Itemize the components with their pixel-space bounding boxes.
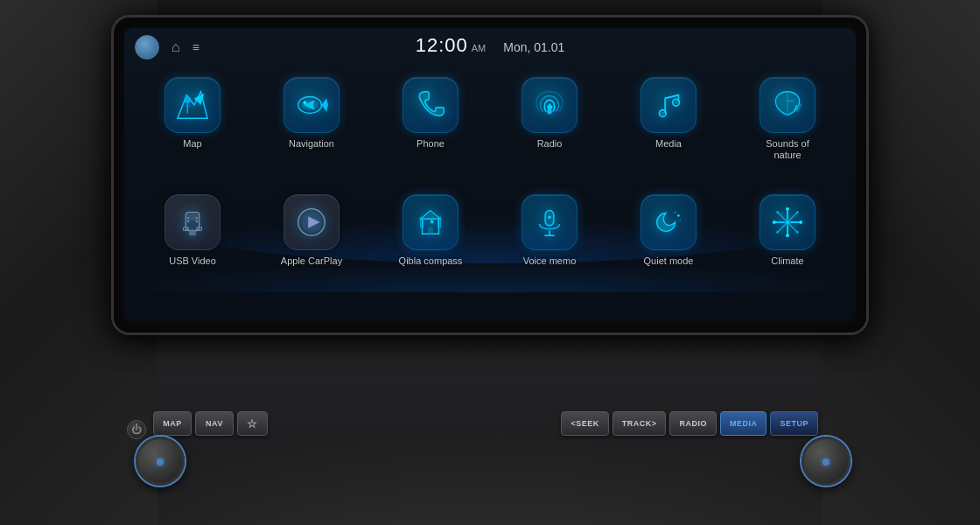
- app-phone[interactable]: Phone: [373, 70, 488, 184]
- svg-point-46: [796, 231, 799, 234]
- app-map[interactable]: Map: [135, 70, 250, 184]
- media-icon-wrap: [640, 77, 696, 133]
- phone-icon: [414, 88, 447, 122]
- svg-rect-17: [196, 217, 198, 219]
- time-display: 12:00 AM Mon, 01.01: [416, 34, 565, 57]
- avatar[interactable]: [135, 35, 159, 60]
- status-bar: ⌂ ≡ 12:00 AM Mon, 01.01: [124, 28, 856, 63]
- radio-icon-wrap: [522, 77, 578, 133]
- svg-point-50: [786, 220, 789, 224]
- svg-point-44: [799, 220, 802, 224]
- app-climate[interactable]: Climate: [730, 187, 845, 290]
- phone-icon-wrap: [402, 77, 458, 133]
- power-icon: ⏻: [131, 424, 142, 436]
- quiet-icon: [652, 206, 685, 239]
- power-button[interactable]: ⏻: [127, 420, 146, 439]
- navigation-icon-wrap: [284, 77, 340, 133]
- phone-label: Phone: [416, 138, 444, 150]
- carplay-icon-wrap: [284, 194, 340, 250]
- svg-point-43: [773, 220, 776, 224]
- svg-rect-25: [428, 228, 433, 234]
- time: 12:00: [416, 34, 468, 57]
- carplay-icon: [295, 206, 328, 239]
- button-row-1: MAP NAV ☆ <SEEK TRACK> RADIO MEDIA SETUP: [153, 411, 818, 436]
- track-forward-button[interactable]: TRACK>: [612, 411, 667, 436]
- svg-point-42: [786, 234, 789, 237]
- svg-point-45: [776, 211, 779, 214]
- map-label: Map: [183, 138, 201, 150]
- map-icon-wrap: [164, 77, 220, 133]
- radio-label: Radio: [537, 138, 563, 150]
- svg-rect-18: [196, 220, 198, 222]
- svg-point-1: [185, 97, 192, 104]
- app-sounds-of-nature[interactable]: Sounds ofnature: [730, 70, 845, 184]
- media-label: Media: [655, 138, 682, 150]
- app-qibla-compass[interactable]: ★ Qibla compass: [373, 187, 488, 290]
- map-button[interactable]: MAP: [153, 411, 192, 436]
- climate-icon: [771, 206, 804, 239]
- time-ampm: AM: [472, 43, 486, 53]
- climate-icon-wrap: [760, 194, 816, 250]
- usb-icon: [176, 206, 209, 239]
- svg-point-8: [661, 112, 664, 116]
- right-knob[interactable]: [802, 437, 850, 486]
- star-button[interactable]: ☆: [237, 411, 268, 436]
- svg-point-35: [675, 211, 676, 213]
- physical-controls: ⏻ MAP NAV ☆ <SEEK TRACK> RADIO MEDIA SET…: [136, 411, 818, 481]
- compass-icon-wrap: ★: [402, 194, 458, 250]
- media-button[interactable]: MEDIA: [720, 411, 767, 436]
- app-navigation[interactable]: Navigation: [254, 70, 369, 184]
- usb-video-label: USB Video: [169, 256, 216, 267]
- screen-bezel: ⌂ ≡ 12:00 AM Mon, 01.01: [114, 18, 866, 332]
- navigation-label: Navigation: [289, 138, 334, 150]
- top-left-controls: ⌂ ≡: [135, 35, 200, 60]
- screen: ⌂ ≡ 12:00 AM Mon, 01.01: [124, 28, 856, 322]
- svg-point-33: [548, 215, 551, 219]
- svg-point-4: [304, 101, 307, 104]
- map-icon: [176, 88, 209, 122]
- svg-rect-16: [187, 220, 189, 222]
- qibla-compass-label: Qibla compass: [399, 256, 463, 267]
- climate-label: Climate: [771, 256, 803, 267]
- app-radio[interactable]: Radio: [492, 70, 607, 184]
- menu-icon[interactable]: ≡: [192, 41, 200, 53]
- navigation-icon: [295, 88, 328, 122]
- svg-point-5: [547, 109, 552, 115]
- voice-memo-label: Voice memo: [523, 256, 577, 267]
- app-apple-carplay[interactable]: Apple CarPlay: [254, 187, 369, 290]
- nav-button[interactable]: NAV: [195, 411, 234, 436]
- home-icon[interactable]: ⌂: [172, 39, 180, 55]
- quiet-icon-wrap: [640, 194, 696, 250]
- app-grid: Map Navigation: [131, 66, 849, 315]
- sounds-icon: [771, 88, 804, 122]
- seek-back-button[interactable]: <SEEK: [561, 411, 608, 436]
- media-icon: [652, 88, 685, 122]
- app-media[interactable]: Media: [611, 70, 726, 184]
- svg-point-34: [677, 214, 680, 217]
- radio-button[interactable]: RADIO: [669, 411, 717, 436]
- svg-point-9: [675, 101, 678, 104]
- right-knob-indicator: [822, 458, 830, 466]
- svg-point-41: [786, 207, 789, 211]
- setup-button[interactable]: SETUP: [770, 411, 818, 436]
- usb-icon-wrap: [164, 194, 220, 250]
- sounds-icon-wrap: [760, 77, 816, 133]
- left-knob[interactable]: [136, 437, 185, 486]
- quiet-mode-label: Quiet mode: [644, 256, 694, 267]
- left-knob-indicator: [157, 458, 164, 466]
- svg-rect-15: [187, 217, 189, 219]
- svg-text:★: ★: [429, 218, 435, 226]
- app-quiet-mode[interactable]: Quiet mode: [611, 187, 726, 290]
- svg-point-36: [679, 220, 681, 221]
- voice-icon: [533, 206, 566, 239]
- app-usb-video[interactable]: USB Video: [135, 187, 250, 290]
- app-voice-memo[interactable]: Voice memo: [492, 187, 607, 290]
- apple-carplay-label: Apple CarPlay: [281, 256, 342, 267]
- voice-icon-wrap: [522, 194, 578, 250]
- radio-icon: [533, 88, 566, 122]
- svg-point-47: [796, 211, 799, 214]
- sounds-of-nature-label: Sounds ofnature: [766, 138, 809, 161]
- svg-rect-12: [189, 230, 196, 235]
- date: Mon, 01.01: [503, 40, 564, 54]
- svg-point-48: [776, 231, 779, 234]
